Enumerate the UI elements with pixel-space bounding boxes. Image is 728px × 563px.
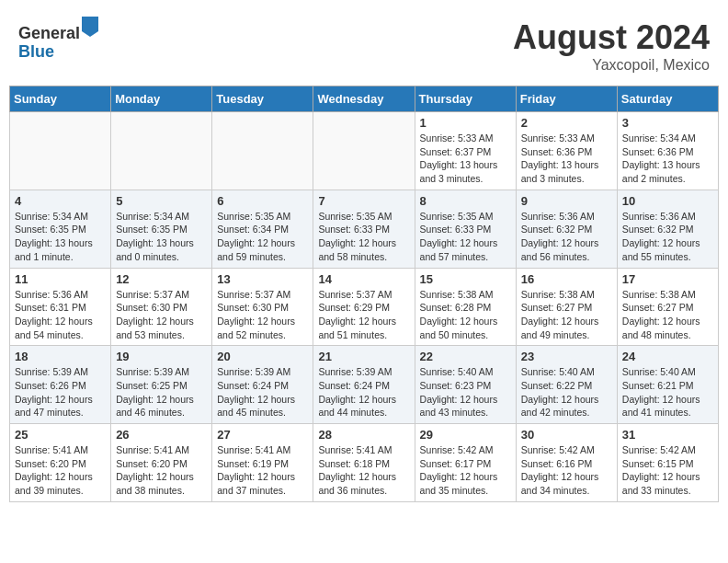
calendar-cell: 9Sunrise: 5:36 AM Sunset: 6:32 PM Daylig… bbox=[516, 190, 617, 268]
calendar-week-5: 25Sunrise: 5:41 AM Sunset: 6:20 PM Dayli… bbox=[10, 424, 719, 502]
calendar-cell: 16Sunrise: 5:38 AM Sunset: 6:27 PM Dayli… bbox=[516, 268, 617, 346]
calendar-cell: 5Sunrise: 5:34 AM Sunset: 6:35 PM Daylig… bbox=[111, 190, 212, 268]
day-number: 31 bbox=[622, 428, 713, 442]
calendar-cell: 31Sunrise: 5:42 AM Sunset: 6:15 PM Dayli… bbox=[617, 424, 718, 502]
calendar-week-3: 11Sunrise: 5:36 AM Sunset: 6:31 PM Dayli… bbox=[10, 268, 719, 346]
calendar-cell: 13Sunrise: 5:37 AM Sunset: 6:30 PM Dayli… bbox=[212, 268, 313, 346]
calendar-cell: 11Sunrise: 5:36 AM Sunset: 6:31 PM Dayli… bbox=[10, 268, 111, 346]
day-info: Sunrise: 5:42 AM Sunset: 6:16 PM Dayligh… bbox=[521, 443, 612, 498]
day-number: 28 bbox=[318, 428, 409, 442]
day-info: Sunrise: 5:34 AM Sunset: 6:36 PM Dayligh… bbox=[622, 132, 713, 186]
logo-icon bbox=[82, 17, 98, 37]
calendar-cell: 10Sunrise: 5:36 AM Sunset: 6:32 PM Dayli… bbox=[617, 190, 718, 268]
calendar-cell: 19Sunrise: 5:39 AM Sunset: 6:25 PM Dayli… bbox=[111, 346, 212, 424]
day-number: 22 bbox=[420, 350, 511, 363]
day-number: 26 bbox=[116, 428, 207, 442]
calendar-cell: 24Sunrise: 5:40 AM Sunset: 6:21 PM Dayli… bbox=[617, 346, 718, 424]
day-number: 18 bbox=[15, 350, 106, 363]
day-number: 7 bbox=[318, 194, 409, 208]
day-info: Sunrise: 5:36 AM Sunset: 6:32 PM Dayligh… bbox=[521, 210, 612, 264]
day-info: Sunrise: 5:36 AM Sunset: 6:32 PM Dayligh… bbox=[622, 210, 713, 264]
calendar-cell: 21Sunrise: 5:39 AM Sunset: 6:24 PM Dayli… bbox=[313, 346, 415, 424]
day-info: Sunrise: 5:35 AM Sunset: 6:33 PM Dayligh… bbox=[318, 210, 409, 264]
calendar-cell: 15Sunrise: 5:38 AM Sunset: 6:28 PM Dayli… bbox=[415, 268, 516, 346]
calendar-cell: 25Sunrise: 5:41 AM Sunset: 6:20 PM Dayli… bbox=[10, 424, 111, 502]
day-number: 23 bbox=[521, 350, 612, 363]
calendar-cell: 14Sunrise: 5:37 AM Sunset: 6:29 PM Dayli… bbox=[313, 268, 415, 346]
day-info: Sunrise: 5:37 AM Sunset: 6:30 PM Dayligh… bbox=[116, 288, 207, 342]
calendar-cell bbox=[212, 112, 313, 190]
day-number: 14 bbox=[318, 272, 409, 286]
logo: General Blue bbox=[18, 18, 98, 62]
day-number: 15 bbox=[420, 272, 511, 286]
svg-marker-0 bbox=[82, 17, 98, 37]
day-header-sunday: Sunday bbox=[10, 86, 111, 112]
day-info: Sunrise: 5:39 AM Sunset: 6:25 PM Dayligh… bbox=[116, 365, 207, 419]
calendar-cell: 4Sunrise: 5:34 AM Sunset: 6:35 PM Daylig… bbox=[10, 190, 111, 268]
day-number: 8 bbox=[420, 194, 511, 208]
calendar-cell: 17Sunrise: 5:38 AM Sunset: 6:27 PM Dayli… bbox=[617, 268, 718, 346]
calendar-cell: 7Sunrise: 5:35 AM Sunset: 6:33 PM Daylig… bbox=[313, 190, 415, 268]
day-info: Sunrise: 5:39 AM Sunset: 6:26 PM Dayligh… bbox=[15, 365, 106, 419]
day-info: Sunrise: 5:33 AM Sunset: 6:36 PM Dayligh… bbox=[521, 132, 612, 186]
calendar-cell: 22Sunrise: 5:40 AM Sunset: 6:23 PM Dayli… bbox=[415, 346, 516, 424]
calendar-cell: 12Sunrise: 5:37 AM Sunset: 6:30 PM Dayli… bbox=[111, 268, 212, 346]
calendar-cell: 28Sunrise: 5:41 AM Sunset: 6:18 PM Dayli… bbox=[313, 424, 415, 502]
calendar-header-row: SundayMondayTuesdayWednesdayThursdayFrid… bbox=[10, 86, 719, 112]
day-number: 30 bbox=[521, 428, 612, 442]
calendar-cell: 27Sunrise: 5:41 AM Sunset: 6:19 PM Dayli… bbox=[212, 424, 313, 502]
day-info: Sunrise: 5:37 AM Sunset: 6:29 PM Dayligh… bbox=[318, 288, 409, 342]
day-info: Sunrise: 5:40 AM Sunset: 6:22 PM Dayligh… bbox=[521, 365, 612, 419]
logo-blue: Blue bbox=[18, 42, 54, 61]
day-number: 24 bbox=[622, 350, 713, 363]
calendar-cell: 29Sunrise: 5:42 AM Sunset: 6:17 PM Dayli… bbox=[415, 424, 516, 502]
calendar-cell: 2Sunrise: 5:33 AM Sunset: 6:36 PM Daylig… bbox=[516, 112, 617, 190]
day-header-friday: Friday bbox=[516, 86, 617, 112]
day-number: 12 bbox=[116, 272, 207, 286]
calendar-cell: 20Sunrise: 5:39 AM Sunset: 6:24 PM Dayli… bbox=[212, 346, 313, 424]
day-info: Sunrise: 5:40 AM Sunset: 6:21 PM Dayligh… bbox=[622, 365, 713, 419]
calendar-table: SundayMondayTuesdayWednesdayThursdayFrid… bbox=[9, 86, 719, 502]
day-number: 29 bbox=[420, 428, 511, 442]
day-info: Sunrise: 5:39 AM Sunset: 6:24 PM Dayligh… bbox=[318, 365, 409, 419]
day-info: Sunrise: 5:41 AM Sunset: 6:18 PM Dayligh… bbox=[318, 443, 409, 498]
day-header-saturday: Saturday bbox=[617, 86, 718, 112]
day-number: 21 bbox=[318, 350, 409, 363]
day-info: Sunrise: 5:35 AM Sunset: 6:33 PM Dayligh… bbox=[420, 210, 511, 264]
day-header-wednesday: Wednesday bbox=[313, 86, 415, 112]
day-info: Sunrise: 5:38 AM Sunset: 6:28 PM Dayligh… bbox=[420, 288, 511, 342]
calendar-cell: 1Sunrise: 5:33 AM Sunset: 6:37 PM Daylig… bbox=[415, 112, 516, 190]
day-number: 5 bbox=[116, 194, 207, 208]
month-year: August 2024 bbox=[513, 18, 710, 57]
day-number: 11 bbox=[15, 272, 106, 286]
day-info: Sunrise: 5:41 AM Sunset: 6:20 PM Dayligh… bbox=[116, 443, 207, 498]
logo-general: General bbox=[18, 24, 80, 42]
day-info: Sunrise: 5:37 AM Sunset: 6:30 PM Dayligh… bbox=[217, 288, 308, 342]
day-info: Sunrise: 5:41 AM Sunset: 6:20 PM Dayligh… bbox=[15, 443, 106, 498]
title-block: August 2024 Yaxcopoil, Mexico bbox=[513, 18, 710, 74]
calendar-cell bbox=[111, 112, 212, 190]
calendar-week-2: 4Sunrise: 5:34 AM Sunset: 6:35 PM Daylig… bbox=[10, 190, 719, 268]
day-number: 9 bbox=[521, 194, 612, 208]
day-info: Sunrise: 5:34 AM Sunset: 6:35 PM Dayligh… bbox=[15, 210, 106, 264]
day-info: Sunrise: 5:33 AM Sunset: 6:37 PM Dayligh… bbox=[420, 132, 511, 186]
day-number: 1 bbox=[420, 116, 511, 130]
calendar-cell: 6Sunrise: 5:35 AM Sunset: 6:34 PM Daylig… bbox=[212, 190, 313, 268]
calendar-cell: 30Sunrise: 5:42 AM Sunset: 6:16 PM Dayli… bbox=[516, 424, 617, 502]
day-number: 2 bbox=[521, 116, 612, 130]
day-number: 4 bbox=[15, 194, 106, 208]
calendar-week-4: 18Sunrise: 5:39 AM Sunset: 6:26 PM Dayli… bbox=[10, 346, 719, 424]
calendar-cell: 23Sunrise: 5:40 AM Sunset: 6:22 PM Dayli… bbox=[516, 346, 617, 424]
day-number: 17 bbox=[622, 272, 713, 286]
day-info: Sunrise: 5:34 AM Sunset: 6:35 PM Dayligh… bbox=[116, 210, 207, 264]
day-number: 3 bbox=[622, 116, 713, 130]
calendar-cell: 3Sunrise: 5:34 AM Sunset: 6:36 PM Daylig… bbox=[617, 112, 718, 190]
day-number: 27 bbox=[217, 428, 308, 442]
day-number: 6 bbox=[217, 194, 308, 208]
day-header-monday: Monday bbox=[111, 86, 212, 112]
day-header-tuesday: Tuesday bbox=[212, 86, 313, 112]
calendar-cell: 8Sunrise: 5:35 AM Sunset: 6:33 PM Daylig… bbox=[415, 190, 516, 268]
day-number: 20 bbox=[217, 350, 308, 363]
day-info: Sunrise: 5:42 AM Sunset: 6:15 PM Dayligh… bbox=[622, 443, 713, 498]
calendar-cell: 26Sunrise: 5:41 AM Sunset: 6:20 PM Dayli… bbox=[111, 424, 212, 502]
